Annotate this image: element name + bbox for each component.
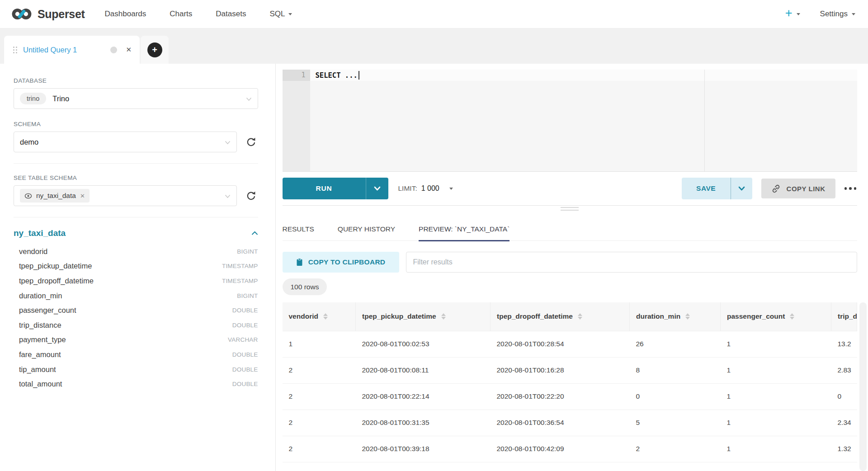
divider — [14, 217, 258, 217]
schema-column-row: trip_distanceDOUBLE — [14, 318, 258, 333]
nav-item-label: Datasets — [216, 9, 246, 19]
query-tab-active[interactable]: Untitled Query 1 ✕ — [4, 36, 140, 64]
sort-icon[interactable] — [323, 313, 328, 320]
query-tab-strip: Untitled Query 1 ✕ + — [0, 28, 868, 64]
nav-item-datasets[interactable]: Datasets — [216, 9, 246, 19]
link-icon — [771, 184, 781, 193]
filter-results-input[interactable] — [406, 252, 858, 273]
table-row: 22020-08-01T00:08:112020-08-01T00:16:288… — [283, 357, 857, 383]
chevron-down-icon — [738, 186, 745, 191]
results-tab-results[interactable]: RESULTS — [283, 225, 314, 241]
new-item-menu[interactable]: + — [785, 9, 800, 19]
table-cell: 26 — [630, 331, 721, 357]
nav-item-sql[interactable]: SQL — [269, 9, 292, 19]
schema-column-row: total_amountDOUBLE — [14, 377, 258, 391]
run-button[interactable]: RUN — [283, 178, 366, 199]
drag-grip-icon[interactable] — [13, 47, 17, 53]
run-options-button[interactable] — [366, 178, 388, 199]
close-tab-icon[interactable]: ✕ — [126, 46, 132, 54]
query-status-dot — [110, 47, 117, 53]
sql-editor[interactable]: 1 SELECT ... — [283, 70, 858, 172]
table-row: 22020-08-01T00:22:142020-08-01T00:22:200… — [283, 383, 857, 410]
results-tab-preview-ny-taxi-data[interactable]: PREVIEW: `NY_TAXI_DATA` — [419, 225, 509, 241]
more-options-icon[interactable] — [844, 184, 858, 193]
column-header-trip_distance[interactable]: trip_distance — [831, 302, 857, 331]
table-cell: 2020-08-01T00:02:53 — [356, 331, 491, 357]
sqllab-sidebar: DATABASE trino Trino SCHEMA demo — [0, 64, 276, 471]
limit-dropdown[interactable]: LIMIT: 1 000 — [398, 184, 453, 193]
table-cell: 2.83 — [831, 357, 857, 383]
schema-label: SCHEMA — [14, 121, 258, 127]
column-header-passenger_count[interactable]: passenger_count — [721, 302, 831, 331]
nav-item-dashboards[interactable]: Dashboards — [105, 9, 146, 19]
column-header-duration_min[interactable]: duration_min — [630, 302, 721, 331]
sort-icon[interactable] — [790, 313, 794, 320]
pane-resize-handle[interactable] — [561, 207, 579, 212]
table-cell: 2.34 — [831, 410, 857, 436]
table-cell: 2020-08-01T00:31:35 — [356, 410, 491, 436]
sort-icon[interactable] — [441, 313, 446, 320]
save-button[interactable]: SAVE — [682, 178, 731, 199]
superset-brand[interactable]: Superset — [12, 7, 85, 21]
table-title[interactable]: ny_taxi_data — [14, 228, 66, 238]
column-header-tpep_pickup_datetime[interactable]: tpep_pickup_datetime — [356, 302, 491, 331]
copy-to-clipboard-button[interactable]: COPY TO CLIPBOARD — [283, 252, 399, 273]
save-options-button[interactable] — [731, 178, 752, 199]
editor-active-line[interactable]: SELECT ... — [310, 70, 858, 81]
results-tab-bar: RESULTSQUERY HISTORYPREVIEW: `NY_TAXI_DA… — [283, 206, 858, 241]
settings-menu[interactable]: Settings — [820, 9, 855, 19]
table-cell: 2 — [283, 383, 356, 410]
results-scrollbar[interactable] — [859, 302, 867, 471]
preview-table-body: 12020-08-01T00:02:532020-08-01T00:28:542… — [283, 331, 857, 462]
column-header-vendorid[interactable]: vendorid — [283, 302, 356, 331]
table-cell: 2 — [283, 436, 356, 462]
schema-column-row: tpep_dropoff_datetimeTIMESTAMP — [14, 273, 258, 288]
add-tab-button[interactable]: + — [147, 42, 162, 57]
database-label: DATABASE — [14, 77, 258, 84]
table-cell: 2020-08-01T00:39:18 — [356, 436, 491, 462]
divider — [14, 163, 258, 164]
settings-label: Settings — [820, 9, 848, 19]
column-name: passenger_count — [19, 306, 76, 315]
database-engine-tag: trino — [20, 93, 46, 104]
run-split-button[interactable]: RUN — [283, 178, 388, 199]
results-tab-query-history[interactable]: QUERY HISTORY — [338, 225, 395, 241]
column-header-label: duration_min — [636, 312, 680, 320]
chevron-down-icon — [374, 186, 381, 191]
remove-table-icon[interactable]: ✕ — [80, 193, 85, 199]
column-type: BIGINT — [237, 248, 258, 255]
column-name: duration_min — [19, 292, 62, 300]
query-tab-label[interactable]: Untitled Query 1 — [23, 46, 104, 54]
schema-select[interactable]: demo — [14, 132, 237, 152]
schema-column-row: tpep_pickup_datetimeTIMESTAMP — [14, 259, 258, 274]
sort-icon[interactable] — [685, 313, 690, 320]
column-type: DOUBLE — [232, 366, 258, 373]
database-name: Trino — [52, 94, 69, 103]
navbar-right: + Settings — [785, 9, 855, 19]
save-split-button[interactable]: SAVE — [682, 178, 752, 199]
column-name: tpep_pickup_datetime — [19, 262, 92, 270]
refresh-tables-button[interactable] — [245, 189, 258, 203]
copy-link-button[interactable]: COPY LINK — [761, 179, 835, 198]
chevron-down-icon — [449, 188, 453, 190]
refresh-icon — [245, 137, 257, 148]
column-header-tpep_dropoff_datetime[interactable]: tpep_dropoff_datetime — [491, 302, 630, 331]
chevron-up-icon[interactable] — [251, 231, 258, 236]
preview-table-header: vendoridtpep_pickup_datetimetpep_dropoff… — [283, 302, 857, 331]
plus-icon: + — [785, 7, 793, 19]
table-cell: 1.32 — [831, 436, 857, 462]
column-name: vendorid — [19, 247, 47, 256]
column-name: total_amount — [19, 380, 62, 388]
database-select[interactable]: trino Trino — [14, 88, 258, 109]
refresh-icon — [245, 190, 257, 202]
table-cell: 1 — [721, 357, 831, 383]
column-type: BIGINT — [237, 292, 258, 299]
nav-item-charts[interactable]: Charts — [170, 9, 192, 19]
clipboard-icon — [296, 258, 303, 266]
editor-toolbar: RUN LIMIT: 1 000 SAVE — [283, 172, 858, 206]
column-type: DOUBLE — [232, 322, 258, 329]
table-cell: 1 — [721, 436, 831, 462]
refresh-schemas-button[interactable] — [245, 135, 258, 149]
table-select[interactable]: ny_taxi_data ✕ — [14, 185, 237, 206]
sort-icon[interactable] — [578, 313, 582, 320]
